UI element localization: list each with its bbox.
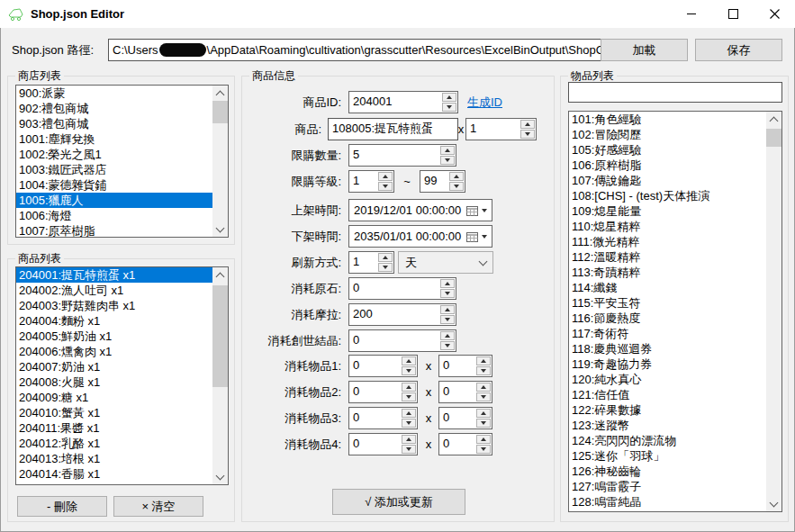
product-list-item[interactable]: 204004:麵粉 x1: [16, 313, 212, 329]
product-list-item[interactable]: 204012:乳酪 x1: [16, 436, 212, 451]
spin-up-icon[interactable]: [520, 120, 535, 129]
item-list-item[interactable]: 119:奇趣協力券: [569, 356, 766, 372]
refresh-value-spinner[interactable]: 1: [348, 251, 394, 274]
spin-down-icon[interactable]: [476, 419, 491, 428]
dropdown-arrow-icon[interactable]: [482, 209, 487, 212]
spin-down-icon[interactable]: [440, 341, 455, 350]
item-list-item[interactable]: 127:鳴雷霰子: [569, 479, 766, 494]
shop-list-item[interactable]: 1006:海燈: [16, 208, 212, 223]
cost-item1-count-spinner[interactable]: 0: [438, 355, 492, 377]
item-list-item[interactable]: 115:平安玉符: [569, 295, 766, 311]
product-list-item[interactable]: 204006:燻禽肉 x1: [16, 344, 212, 359]
spin-down-icon[interactable]: [378, 263, 393, 272]
item-search-input[interactable]: [568, 82, 782, 103]
scroll-thumb[interactable]: [212, 101, 228, 123]
spin-up-icon[interactable]: [402, 409, 416, 418]
spin-down-icon[interactable]: [440, 289, 455, 298]
item-list-item[interactable]: 116:節慶熱度: [569, 311, 766, 326]
spin-up-icon[interactable]: [476, 383, 491, 392]
item-list-item[interactable]: 111:微光精粹: [569, 234, 766, 249]
scroll-track[interactable]: [766, 127, 781, 496]
scroll-thumb[interactable]: [212, 285, 228, 387]
shop-list-item[interactable]: 900:派蒙: [16, 86, 212, 101]
product-list-item[interactable]: 204005:鮮奶油 x1: [16, 329, 212, 344]
cost-item3-id-spinner[interactable]: 0: [348, 407, 418, 429]
spin-up-icon[interactable]: [476, 409, 491, 418]
shop-list-item[interactable]: 1005:獵鹿人: [16, 193, 212, 208]
item-list-item[interactable]: 120:純水真心: [569, 372, 766, 387]
product-list-item[interactable]: 204003:野菇雞肉串 x1: [16, 298, 212, 313]
product-list-item[interactable]: 204010:蟹黃 x1: [16, 405, 212, 420]
item-list-item[interactable]: 108:[CHS] - (test)天体推演: [569, 188, 766, 203]
spin-up-icon[interactable]: [442, 93, 456, 102]
product-list-item[interactable]: 204011:果醬 x1: [16, 420, 212, 436]
spin-up-icon[interactable]: [449, 172, 464, 181]
item-list-item[interactable]: 117:奇術符: [569, 326, 766, 341]
cost-item4-count-spinner[interactable]: 0: [438, 433, 492, 455]
spin-down-icon[interactable]: [520, 130, 535, 139]
item-list-item[interactable]: 121:信任值: [569, 387, 766, 402]
item-list-item[interactable]: 106:原粹樹脂: [569, 158, 766, 173]
item-list-item[interactable]: 124:亮閃閃的漂流物: [569, 433, 766, 448]
item-list-item[interactable]: 114:纖錢: [569, 280, 766, 295]
item-list-item[interactable]: 109:熄星能量: [569, 203, 766, 219]
scroll-up-icon[interactable]: [212, 267, 228, 283]
spin-up-icon[interactable]: [378, 172, 393, 181]
shop-list-item[interactable]: 903:禮包商城: [16, 116, 212, 131]
product-list-item[interactable]: 204007:奶油 x1: [16, 359, 212, 374]
refresh-unit-combobox[interactable]: 天: [398, 251, 493, 274]
item-list-item[interactable]: 118:慶典巡迴券: [569, 341, 766, 356]
spin-down-icon[interactable]: [402, 366, 416, 375]
spin-down-icon[interactable]: [402, 392, 416, 401]
spin-down-icon[interactable]: [476, 366, 491, 375]
spin-up-icon[interactable]: [440, 146, 455, 155]
generate-id-link[interactable]: 生成ID: [467, 91, 502, 113]
delete-button[interactable]: - 刪除: [17, 496, 107, 517]
spin-up-icon[interactable]: [476, 356, 491, 365]
level-max-spinner[interactable]: 99: [420, 170, 465, 193]
spin-down-icon[interactable]: [440, 156, 455, 165]
product-list-item[interactable]: 204014:香腸 x1: [16, 466, 212, 482]
begin-time-picker[interactable]: 2019/12/01 00:00:00: [348, 199, 492, 221]
spin-up-icon[interactable]: [440, 305, 455, 314]
item-list-item[interactable]: 128:鳴雷純晶: [569, 494, 766, 509]
product-list-item[interactable]: 204001:提瓦特煎蛋 x1: [16, 267, 212, 283]
spin-down-icon[interactable]: [442, 103, 456, 112]
spin-down-icon[interactable]: [440, 315, 455, 324]
cost-item2-id-spinner[interactable]: 0: [348, 381, 418, 403]
shop-list-item[interactable]: 1007:原萃樹脂: [16, 223, 212, 238]
spin-down-icon[interactable]: [402, 445, 416, 454]
shop-list-item[interactable]: 902:禮包商城: [16, 101, 212, 116]
clear-button[interactable]: × 清空: [113, 496, 203, 517]
shop-list-scrollbar[interactable]: [212, 86, 228, 237]
scroll-down-icon[interactable]: [212, 221, 228, 237]
spin-up-icon[interactable]: [476, 435, 491, 444]
item-count-spinner[interactable]: 1: [465, 118, 537, 140]
shop-list-item[interactable]: 1004:蒙德雜貨鋪: [16, 177, 212, 193]
cost-item4-id-spinner[interactable]: 0: [348, 433, 418, 455]
item-list-item[interactable]: 101:角色經驗: [569, 112, 766, 127]
cost-item2-count-spinner[interactable]: 0: [438, 381, 492, 403]
goods-id-spinner[interactable]: 204001: [348, 91, 458, 113]
scroll-track[interactable]: [212, 283, 228, 469]
cost-item1-id-spinner[interactable]: 0: [348, 355, 418, 377]
end-time-picker[interactable]: 2035/01/01 00:00:00: [348, 225, 492, 248]
spin-down-icon[interactable]: [449, 182, 464, 191]
item-list-item[interactable]: 123:迷蹤幣: [569, 418, 766, 433]
item-list-item[interactable]: 107:傳說鑰匙: [569, 173, 766, 188]
scroll-down-icon[interactable]: [212, 469, 228, 484]
spin-up-icon[interactable]: [378, 253, 393, 262]
scroll-up-icon[interactable]: [212, 86, 228, 101]
spin-up-icon[interactable]: [402, 383, 416, 392]
item-list-item[interactable]: 102:冒險閱歷: [569, 127, 766, 142]
path-input[interactable]: C:\Users\AppData\Roaming\cultivation\gra…: [108, 39, 601, 61]
item-list-scrollbar[interactable]: [766, 112, 781, 511]
add-or-update-button[interactable]: √ 添加或更新: [332, 489, 465, 515]
product-list-item[interactable]: 204002:漁人吐司 x1: [16, 283, 212, 298]
item-list-item[interactable]: 113:奇蹟精粹: [569, 265, 766, 280]
spin-up-icon[interactable]: [440, 331, 455, 340]
spin-down-icon[interactable]: [476, 445, 491, 454]
load-button[interactable]: 加載: [601, 39, 688, 61]
item-list-item[interactable]: 125:迷你「羽球」: [569, 448, 766, 464]
buy-limit-spinner[interactable]: 5: [348, 144, 456, 167]
